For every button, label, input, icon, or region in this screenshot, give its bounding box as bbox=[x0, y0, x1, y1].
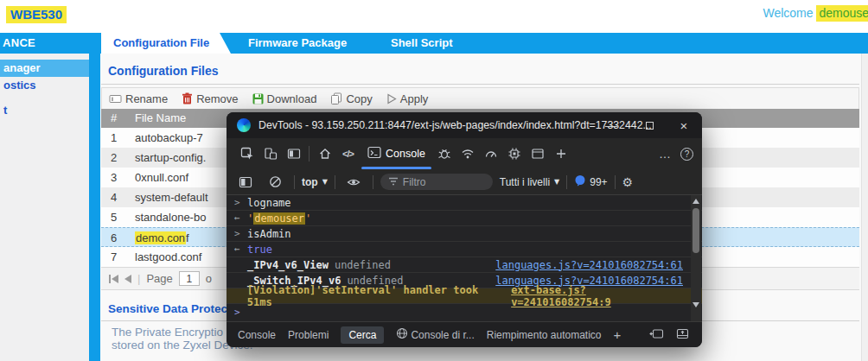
settings-gear-icon[interactable]: ⚙ bbox=[622, 175, 634, 189]
devtools-title-bar[interactable]: DevTools - 93.159.250.211:8447/ext-js/we… bbox=[227, 112, 702, 138]
devtools-window: DevTools - 93.159.250.211:8447/ext-js/we… bbox=[227, 112, 702, 347]
devtools-drawer: Console Problemi Cerca Console di r... R… bbox=[227, 321, 702, 347]
devtools-title: DevTools - 93.159.250.211:8447/ext-js/we… bbox=[258, 119, 652, 131]
violation-row: [Violation]'setInterval' handler took 51… bbox=[227, 288, 702, 304]
network-tab-icon[interactable] bbox=[456, 138, 480, 169]
console-command: > logname bbox=[227, 195, 702, 211]
sidebar-item-3[interactable]: t bbox=[0, 102, 89, 119]
console-tab-label: Console bbox=[386, 148, 425, 160]
copy-icon bbox=[330, 92, 342, 104]
issues-counter[interactable]: 99+ bbox=[574, 174, 607, 189]
download-button[interactable]: Download bbox=[252, 92, 317, 105]
globe-icon bbox=[396, 327, 408, 342]
console-toolbar: top▼ Tutti i livelli▼ 99+ ⚙ bbox=[227, 169, 702, 195]
page-of-label: o bbox=[206, 272, 212, 285]
file-toolbar: Rename Remove Download Copy Apply bbox=[101, 87, 859, 110]
sidebar-section-header: ANCE bbox=[3, 36, 35, 49]
filter-box[interactable] bbox=[380, 174, 493, 190]
inspect-icon[interactable] bbox=[235, 138, 258, 169]
sidebar-item-manager[interactable]: anager bbox=[0, 60, 89, 77]
copy-button[interactable]: Copy bbox=[330, 92, 372, 105]
section-title: Configuration Files bbox=[108, 64, 219, 78]
issues-bubble-icon bbox=[574, 174, 586, 189]
elements-tab-icon[interactable]: </> bbox=[336, 138, 360, 169]
edge-logo-icon bbox=[237, 118, 251, 132]
close-button[interactable]: × bbox=[673, 112, 695, 138]
clear-console-icon[interactable] bbox=[264, 167, 287, 198]
context-selector[interactable]: top▼ bbox=[302, 176, 328, 188]
chevron-down-icon: ▼ bbox=[322, 178, 328, 186]
console-result: ← true bbox=[227, 242, 702, 257]
source-link[interactable]: ext-base.js?v=241016082754:9 bbox=[511, 284, 683, 308]
drawer-tab-console[interactable]: Console bbox=[238, 329, 276, 341]
console-sidebar-icon[interactable] bbox=[233, 167, 257, 198]
log-levels-selector[interactable]: Tutti i livelli▼ bbox=[500, 176, 559, 188]
remove-button[interactable]: Remove bbox=[182, 92, 238, 105]
console-log-row: _IPv4_v6_View undefined languages.js?v=2… bbox=[227, 257, 702, 273]
welcome-text: Welcome demouse bbox=[763, 6, 868, 20]
floppy-save-icon bbox=[252, 93, 264, 104]
column-number: # bbox=[111, 111, 117, 124]
screen: WBE530 Welcome demouse ANCE Configuratio… bbox=[0, 0, 868, 361]
help-icon[interactable]: ? bbox=[680, 148, 693, 161]
sidebar: anager ostics t bbox=[0, 54, 89, 361]
sidebar-divider bbox=[89, 54, 100, 361]
device-toolbar-icon[interactable] bbox=[258, 138, 282, 169]
tab-shell-script[interactable]: Shell Script bbox=[391, 33, 453, 54]
tab-configuration-file[interactable]: Configuration File bbox=[101, 33, 231, 54]
search-highlight: demouser bbox=[253, 212, 305, 225]
dock-history-icon[interactable] bbox=[649, 328, 664, 342]
console-scrollbar[interactable] bbox=[691, 195, 701, 321]
drawer-tab-autofill[interactable]: Riempimento automatico bbox=[487, 329, 602, 341]
result-arrow-icon: ← bbox=[234, 212, 241, 224]
live-expression-eye-icon[interactable] bbox=[342, 167, 366, 198]
expand-panel-icon[interactable] bbox=[676, 328, 689, 342]
page-label: Page bbox=[146, 272, 172, 285]
dock-side-icon[interactable] bbox=[282, 138, 305, 169]
console-log: > logname ← 'demouser' > isAdmin ← true … bbox=[227, 195, 702, 321]
prompt-chevron-icon: > bbox=[234, 307, 241, 318]
previous-page-button[interactable] bbox=[124, 275, 131, 283]
trash-icon bbox=[182, 92, 193, 104]
command-chevron-icon: > bbox=[234, 197, 241, 208]
apply-button[interactable]: Apply bbox=[386, 92, 429, 105]
drawer-tab-problemi[interactable]: Problemi bbox=[288, 329, 329, 341]
tab-firmware-package[interactable]: Firmware Package bbox=[248, 33, 347, 54]
debugger-tab-icon[interactable] bbox=[433, 138, 456, 169]
rename-button[interactable]: Rename bbox=[109, 92, 168, 105]
maximize-icon bbox=[646, 122, 654, 130]
section-divider bbox=[101, 84, 859, 85]
page-scrollbar[interactable] bbox=[861, 54, 868, 361]
memory-tab-icon[interactable] bbox=[503, 138, 527, 169]
application-tab-icon[interactable] bbox=[527, 138, 550, 169]
column-file-name: File Name bbox=[135, 111, 186, 124]
more-options-icon[interactable]: … bbox=[654, 138, 677, 169]
source-link[interactable]: languages.js?v=241016082754:61 bbox=[495, 259, 683, 271]
device-name: WBE530 bbox=[6, 6, 67, 23]
top-bar: WBE530 Welcome demouse bbox=[0, 0, 868, 33]
result-arrow-icon: ← bbox=[234, 244, 241, 255]
console-result: ← 'demouser' bbox=[227, 211, 702, 226]
rename-field-icon bbox=[109, 93, 122, 104]
chevron-down-icon: ▼ bbox=[554, 178, 559, 186]
home-tab-icon[interactable] bbox=[313, 138, 336, 169]
maximize-button[interactable] bbox=[638, 112, 661, 138]
scroll-up-icon[interactable] bbox=[692, 199, 699, 204]
filter-input[interactable] bbox=[403, 176, 481, 188]
scroll-down-icon[interactable] bbox=[692, 302, 699, 307]
sensitive-data-title: Sensitive Data Protecti bbox=[108, 302, 234, 315]
welcome-username: demouse bbox=[816, 5, 868, 22]
performance-tab-icon[interactable] bbox=[480, 138, 503, 169]
first-page-button[interactable] bbox=[109, 275, 118, 283]
sidebar-item-diagnostics[interactable]: ostics bbox=[0, 77, 89, 94]
drawer-tab-rendering-console[interactable]: Console di r... bbox=[396, 327, 474, 342]
command-chevron-icon: > bbox=[234, 228, 241, 239]
console-tab[interactable]: Console bbox=[360, 138, 433, 169]
more-tabs-icon[interactable] bbox=[550, 138, 573, 169]
minimize-button[interactable]: — bbox=[600, 112, 622, 138]
page-number-input[interactable] bbox=[179, 271, 200, 286]
drawer-tab-cerca[interactable]: Cerca bbox=[341, 326, 384, 344]
console-command: > isAdmin bbox=[227, 226, 702, 242]
add-drawer-tab-icon[interactable]: + bbox=[614, 327, 622, 342]
scrollbar-thumb[interactable] bbox=[692, 208, 699, 253]
